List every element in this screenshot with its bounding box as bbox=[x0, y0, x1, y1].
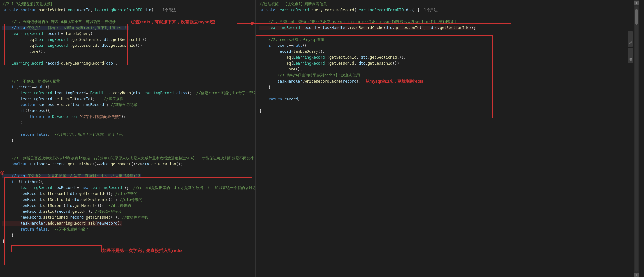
right-scrollbar[interactable]: ▲ ▼ bbox=[634, 0, 639, 277]
left-header-comment: //2.1.2处理视频[优化视频] bbox=[0, 0, 255, 7]
left-panel: //2.1.2处理视频[优化视频] private boolean handle… bbox=[0, 0, 256, 277]
side-action-panel: 结构 书签 bbox=[627, 31, 634, 63]
side-btn-1[interactable]: 结构 bbox=[628, 31, 633, 47]
annotation-label-2: 如果不是第一次学完，先直接插入到redis bbox=[102, 248, 182, 254]
task-handler-highlight bbox=[11, 245, 102, 252]
scroll-btn-bottom[interactable]: ▼ bbox=[634, 273, 639, 277]
scroll-track[interactable] bbox=[635, 6, 638, 272]
side-btn-2[interactable]: 书签 bbox=[628, 48, 633, 63]
scroll-btn-top[interactable]: ▲ bbox=[634, 1, 639, 5]
right-code-area: private LearningRecord queryLearningReco… bbox=[256, 7, 639, 114]
annotation-label-1: ①查redis，有就接下来，没有就去mysql查 bbox=[131, 19, 215, 25]
scroll-thumb[interactable] bbox=[635, 9, 638, 25]
left-code-area: private boolean handleVideo(Long userId,… bbox=[0, 7, 255, 244]
right-header-comment: //处理视频--【优化点1】判断课表信息 bbox=[256, 0, 639, 7]
circle-2-annotation: ② bbox=[0, 170, 4, 176]
right-panel: //处理视频--【优化点1】判断课表信息 private LearningRec… bbox=[256, 0, 639, 277]
